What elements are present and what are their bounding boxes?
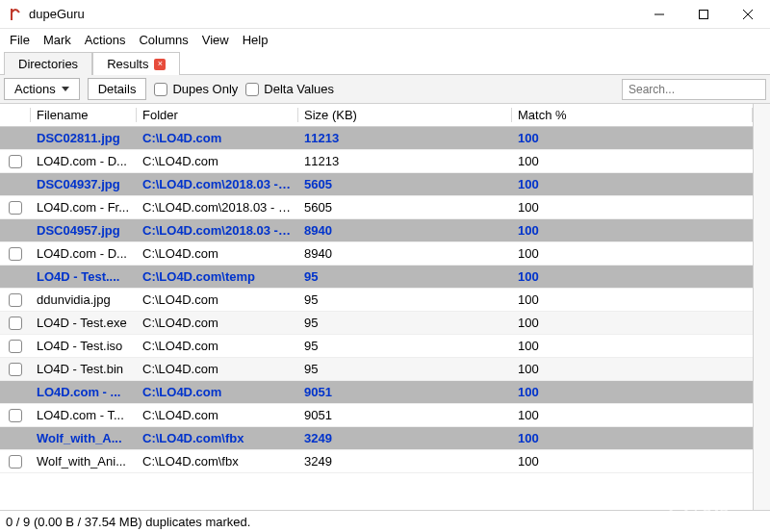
row-checkbox-cell[interactable] xyxy=(0,312,31,335)
checkbox-icon[interactable] xyxy=(9,201,22,215)
row-checkbox-cell[interactable] xyxy=(0,242,31,266)
chevron-down-icon xyxy=(62,87,69,91)
cell-folder: C:\LO4D.com xyxy=(137,242,298,266)
column-header-folder[interactable]: Folder xyxy=(137,104,298,127)
checkbox-icon[interactable] xyxy=(9,363,22,376)
column-header-checkbox[interactable] xyxy=(0,104,31,127)
table-row[interactable]: Wolf_with_A...C:\LO4D.com\fbx3249100 xyxy=(0,427,753,450)
table-row[interactable]: LO4D - Test....C:\LO4D.com\temp95100 xyxy=(0,266,753,289)
menubar: FileMarkActionsColumnsViewHelp xyxy=(0,29,770,50)
cell-folder: C:\LO4D.com\2018.03 - G... xyxy=(137,173,298,196)
cell-filename: LO4D - Test.bin xyxy=(31,358,137,381)
table-row[interactable]: LO4D.com - Fr...C:\LO4D.com\2018.03 - Gi… xyxy=(0,196,753,219)
checkbox-icon[interactable] xyxy=(9,155,22,168)
cell-folder: C:\LO4D.com\2018.03 - G... xyxy=(137,219,298,242)
cell-match: 100 xyxy=(512,450,753,473)
dupes-only-checkbox[interactable]: Dupes Only xyxy=(154,82,238,96)
menu-mark[interactable]: Mark xyxy=(38,31,77,49)
cell-filename: LO4D - Test.... xyxy=(31,266,137,289)
tab-results[interactable]: Results× xyxy=(92,52,180,75)
row-checkbox-cell[interactable] xyxy=(0,358,31,381)
dupes-only-label: Dupes Only xyxy=(172,82,238,96)
checkbox-icon xyxy=(245,83,259,96)
tab-directories[interactable]: Directories xyxy=(4,52,92,75)
row-checkbox-cell[interactable] xyxy=(0,289,31,312)
cell-filename: Wolf_with_A... xyxy=(31,427,137,450)
cell-size: 5605 xyxy=(298,173,512,196)
column-header-size[interactable]: Size (KB) xyxy=(298,104,512,127)
cell-size: 95 xyxy=(298,266,512,289)
cell-filename: LO4D.com - T... xyxy=(31,404,137,427)
table-row[interactable]: LO4D.com - D...C:\LO4D.com11213100 xyxy=(0,150,753,173)
cell-match: 100 xyxy=(512,404,753,427)
cell-folder: C:\LO4D.com\fbx xyxy=(137,427,298,450)
menu-file[interactable]: File xyxy=(4,31,36,49)
row-checkbox-cell xyxy=(0,266,31,289)
cell-folder: C:\LO4D.com xyxy=(137,381,298,404)
cell-folder: C:\LO4D.com xyxy=(137,127,298,150)
row-checkbox-cell xyxy=(0,381,31,404)
table-row[interactable]: ddunvidia.jpgC:\LO4D.com95100 xyxy=(0,289,753,312)
table-row[interactable]: Wolf_with_Ani...C:\LO4D.com\fbx3249100 xyxy=(0,450,753,473)
table-row[interactable]: LO4D - Test.isoC:\LO4D.com95100 xyxy=(0,335,753,358)
cell-size: 9051 xyxy=(298,404,512,427)
results-table-wrap: Filename Folder Size (KB) Match % DSC028… xyxy=(0,104,770,511)
menu-view[interactable]: View xyxy=(196,31,235,49)
cell-size: 11213 xyxy=(298,150,512,173)
table-row[interactable]: LO4D.com - D...C:\LO4D.com8940100 xyxy=(0,242,753,266)
checkbox-icon[interactable] xyxy=(9,409,22,422)
app-icon xyxy=(8,7,23,22)
row-checkbox-cell[interactable] xyxy=(0,404,31,427)
table-row[interactable]: LO4D - Test.binC:\LO4D.com95100 xyxy=(0,358,753,381)
table-row[interactable]: DSC02811.jpgC:\LO4D.com11213100 xyxy=(0,127,753,150)
cell-size: 9051 xyxy=(298,381,512,404)
close-button[interactable] xyxy=(726,0,770,29)
cell-size: 3249 xyxy=(298,450,512,473)
table-row[interactable]: LO4D.com - ...C:\LO4D.com9051100 xyxy=(0,381,753,404)
menu-actions[interactable]: Actions xyxy=(79,31,132,49)
cell-filename: LO4D - Test.iso xyxy=(31,335,137,358)
row-checkbox-cell xyxy=(0,219,31,242)
table-row[interactable]: DSC04957.jpgC:\LO4D.com\2018.03 - G...89… xyxy=(0,219,753,242)
search-input[interactable] xyxy=(622,79,766,100)
cell-filename: LO4D.com - D... xyxy=(31,242,137,266)
vertical-scrollbar[interactable] xyxy=(753,104,770,510)
checkbox-icon[interactable] xyxy=(9,247,22,261)
cell-folder: C:\LO4D.com xyxy=(137,312,298,335)
column-header-filename[interactable]: Filename xyxy=(31,104,137,127)
checkbox-icon xyxy=(154,83,167,96)
row-checkbox-cell[interactable] xyxy=(0,150,31,173)
row-checkbox-cell xyxy=(0,173,31,196)
cell-folder: C:\LO4D.com\2018.03 - Gib... xyxy=(137,196,298,219)
close-icon[interactable]: × xyxy=(154,59,166,70)
cell-size: 95 xyxy=(298,335,512,358)
table-row[interactable]: LO4D.com - T...C:\LO4D.com9051100 xyxy=(0,404,753,427)
checkbox-icon[interactable] xyxy=(9,293,22,307)
row-checkbox-cell[interactable] xyxy=(0,335,31,358)
minimize-button[interactable] xyxy=(637,0,681,29)
tab-label: Results xyxy=(107,57,148,71)
cell-size: 3249 xyxy=(298,427,512,450)
row-checkbox-cell[interactable] xyxy=(0,196,31,219)
cell-match: 100 xyxy=(512,196,753,219)
maximize-button[interactable] xyxy=(681,0,726,29)
cell-filename: LO4D - Test.exe xyxy=(31,312,137,335)
column-header-match[interactable]: Match % xyxy=(512,104,753,127)
actions-dropdown[interactable]: Actions xyxy=(4,78,80,100)
cell-filename: LO4D.com - D... xyxy=(31,150,137,173)
menu-columns[interactable]: Columns xyxy=(133,31,193,49)
cell-match: 100 xyxy=(512,358,753,381)
table-row[interactable]: LO4D - Test.exeC:\LO4D.com95100 xyxy=(0,312,753,335)
delta-values-checkbox[interactable]: Delta Values xyxy=(245,82,334,96)
details-button[interactable]: Details xyxy=(88,78,147,100)
delta-values-label: Delta Values xyxy=(264,82,334,96)
svg-rect-1 xyxy=(700,10,708,18)
cell-size: 95 xyxy=(298,289,512,312)
row-checkbox-cell[interactable] xyxy=(0,450,31,473)
checkbox-icon[interactable] xyxy=(9,317,22,330)
checkbox-icon[interactable] xyxy=(9,455,22,469)
menu-help[interactable]: Help xyxy=(237,31,274,49)
checkbox-icon[interactable] xyxy=(9,340,22,353)
table-row[interactable]: DSC04937.jpgC:\LO4D.com\2018.03 - G...56… xyxy=(0,173,753,196)
details-button-label: Details xyxy=(98,82,137,96)
